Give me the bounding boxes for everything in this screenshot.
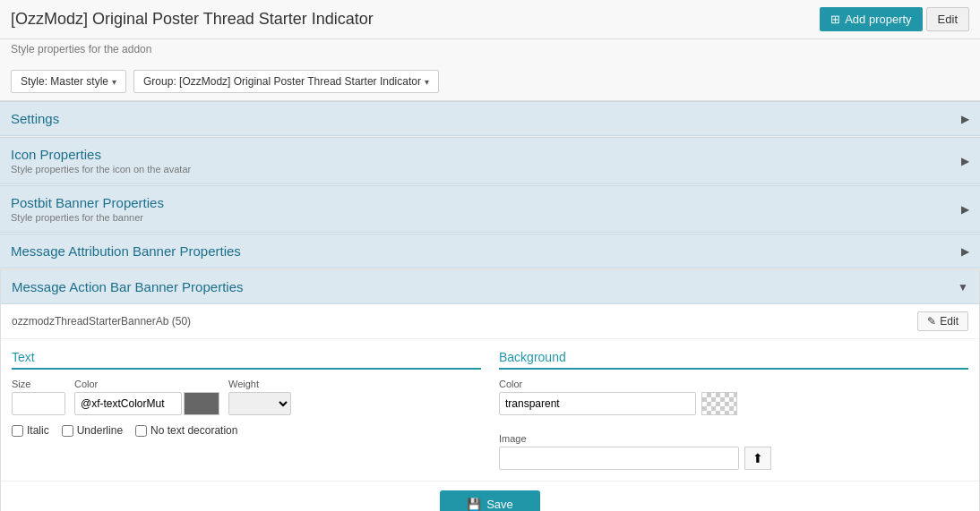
no-text-decoration-checkbox-item[interactable]: No text decoration bbox=[135, 424, 237, 437]
size-input[interactable] bbox=[12, 392, 65, 415]
italic-checkbox-item[interactable]: Italic bbox=[12, 424, 49, 437]
underline-checkbox[interactable] bbox=[62, 425, 73, 437]
add-property-button[interactable]: ⊞ Add property bbox=[820, 7, 922, 31]
save-bar: 💾 Save bbox=[1, 481, 979, 511]
weight-group: Weight Normal Bold bbox=[228, 379, 291, 415]
upload-icon: ⬆ bbox=[752, 451, 763, 465]
postbit-banner-subtitle: Style properties for the banner bbox=[11, 212, 164, 223]
message-action-bar-section-title: Message Action Bar Banner Properties bbox=[12, 279, 243, 294]
image-row: ⬆ bbox=[499, 447, 968, 470]
settings-section-title: Settings bbox=[11, 111, 59, 126]
postbit-banner-chevron-right-icon: ▶ bbox=[961, 203, 969, 216]
background-section-title: Background bbox=[499, 350, 968, 370]
style-dropdown-arrow-icon: ▾ bbox=[112, 77, 116, 87]
italic-checkbox[interactable] bbox=[12, 425, 23, 437]
settings-chevron-right-icon: ▶ bbox=[961, 113, 969, 125]
property-row: ozzmodzThreadStarterBannerAb (50) ✎ Edit bbox=[1, 304, 979, 339]
page-subtitle: Style properties for the addon bbox=[0, 39, 980, 63]
plus-icon: ⊞ bbox=[830, 13, 840, 26]
icon-properties-subtitle: Style properties for the icon on the ava… bbox=[11, 164, 191, 175]
message-action-bar-section: Message Action Bar Banner Properties ▼ o… bbox=[0, 269, 980, 511]
image-group: Image ⬆ bbox=[499, 433, 968, 470]
italic-label: Italic bbox=[27, 424, 49, 437]
color-group: Color bbox=[74, 379, 219, 415]
settings-section-header[interactable]: Settings ▶ bbox=[0, 101, 980, 136]
color-label: Color bbox=[74, 379, 219, 389]
postbit-banner-section-header[interactable]: Postbit Banner Properties Style properti… bbox=[0, 185, 980, 233]
image-label: Image bbox=[499, 433, 968, 444]
text-form-section: Text Size Color Weight bbox=[12, 350, 481, 470]
no-text-decoration-label: No text decoration bbox=[150, 424, 237, 437]
size-group: Size bbox=[12, 379, 65, 415]
bg-color-input[interactable] bbox=[499, 392, 696, 415]
icon-properties-section-title: Icon Properties bbox=[11, 147, 191, 162]
text-decoration-row: Italic Underline No text decoration bbox=[12, 424, 481, 437]
message-action-bar-section-header[interactable]: Message Action Bar Banner Properties ▼ bbox=[1, 270, 979, 304]
message-attribution-section-title: Message Attribution Banner Properties bbox=[11, 243, 241, 259]
bg-color-label: Color bbox=[499, 379, 968, 389]
main-content: Settings ▶ Icon Properties Style propert… bbox=[0, 101, 980, 511]
size-label: Size bbox=[12, 379, 65, 389]
save-button[interactable]: 💾 Save bbox=[440, 490, 540, 511]
icon-properties-chevron-right-icon: ▶ bbox=[961, 155, 969, 167]
group-dropdown-arrow-icon: ▾ bbox=[425, 77, 429, 87]
color-preview[interactable] bbox=[184, 392, 219, 415]
no-text-decoration-checkbox[interactable] bbox=[135, 425, 147, 437]
bg-color-row bbox=[499, 392, 968, 415]
image-input[interactable] bbox=[499, 447, 739, 470]
property-name: ozzmodzThreadStarterBannerAb (50) bbox=[12, 315, 191, 328]
header-actions: ⊞ Add property Edit bbox=[820, 7, 969, 31]
toolbar: Style: Master style ▾ Group: [OzzModz] O… bbox=[0, 63, 980, 101]
underline-checkbox-item[interactable]: Underline bbox=[62, 424, 123, 437]
postbit-banner-section-title: Postbit Banner Properties bbox=[11, 195, 164, 210]
message-attribution-section-header[interactable]: Message Attribution Banner Properties ▶ bbox=[0, 234, 980, 268]
underline-label: Underline bbox=[77, 424, 123, 437]
weight-select[interactable]: Normal Bold bbox=[228, 392, 291, 415]
group-dropdown[interactable]: Group: [OzzModz] Original Poster Thread … bbox=[133, 70, 439, 93]
text-section-title: Text bbox=[12, 350, 481, 370]
page-header: [OzzModz] Original Poster Thread Starter… bbox=[0, 0, 980, 39]
color-input[interactable] bbox=[74, 392, 182, 415]
floppy-icon: 💾 bbox=[467, 498, 481, 511]
bg-color-group: Color bbox=[499, 379, 968, 424]
text-properties-row: Size Color Weight Nor bbox=[12, 379, 481, 415]
message-action-bar-chevron-down-icon: ▼ bbox=[958, 281, 968, 294]
property-edit-button[interactable]: ✎ Edit bbox=[917, 311, 968, 331]
style-dropdown[interactable]: Style: Master style ▾ bbox=[11, 70, 126, 93]
page-title: [OzzModz] Original Poster Thread Starter… bbox=[11, 10, 374, 29]
icon-properties-section-header[interactable]: Icon Properties Style properties for the… bbox=[0, 137, 980, 184]
background-form-section: Background Color Image ⬆ bbox=[499, 350, 968, 470]
bg-color-checker[interactable] bbox=[701, 392, 737, 415]
edit-pencil-icon: ✎ bbox=[927, 315, 936, 328]
header-edit-button[interactable]: Edit bbox=[926, 7, 969, 31]
weight-label: Weight bbox=[228, 379, 291, 389]
message-attribution-chevron-right-icon: ▶ bbox=[961, 245, 969, 258]
upload-button[interactable]: ⬆ bbox=[744, 447, 771, 470]
form-area: Text Size Color Weight bbox=[1, 339, 979, 481]
